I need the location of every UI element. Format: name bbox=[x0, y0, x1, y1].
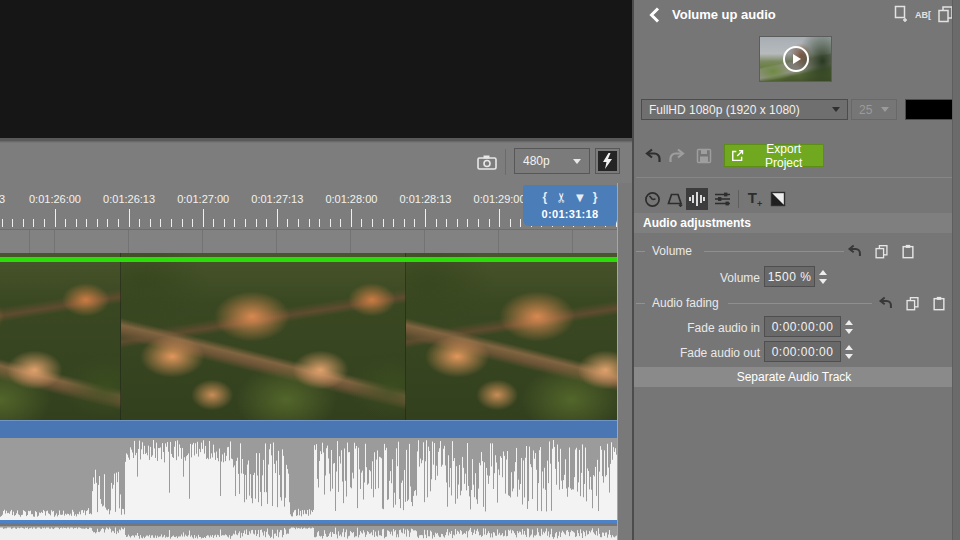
volume-field-label: Volume bbox=[660, 271, 760, 285]
separate-audio-track-button[interactable]: Separate Audio Track bbox=[634, 367, 954, 387]
clock-icon bbox=[644, 191, 661, 208]
preview-divider bbox=[0, 138, 632, 142]
timeline-track-background bbox=[0, 229, 617, 253]
volume-group-header: Volume bbox=[634, 243, 954, 259]
undo-icon bbox=[644, 148, 662, 164]
video-thumbnail-segment bbox=[120, 253, 405, 420]
scissors-icon[interactable]: ✂ bbox=[554, 192, 569, 203]
undo-icon bbox=[847, 244, 862, 258]
volume-stepper[interactable] bbox=[817, 266, 828, 287]
video-preview-area bbox=[0, 0, 632, 138]
project-thumbnail[interactable] bbox=[759, 36, 832, 82]
video-object-highlight-line bbox=[0, 257, 617, 262]
group-dash bbox=[636, 303, 645, 304]
tab-adjustments[interactable] bbox=[711, 188, 733, 210]
stepper-down-icon[interactable] bbox=[845, 329, 853, 334]
preview-quality-select[interactable]: 480p bbox=[514, 148, 590, 174]
fade-in-label: Fade audio in bbox=[650, 321, 760, 335]
fading-paste-button[interactable] bbox=[930, 295, 947, 311]
redo-button[interactable] bbox=[666, 146, 688, 166]
group-line bbox=[728, 303, 872, 304]
framerate-select[interactable]: 25 bbox=[851, 99, 897, 120]
back-button[interactable] bbox=[646, 5, 664, 25]
group-dash bbox=[636, 251, 645, 252]
chevron-down-icon bbox=[573, 159, 581, 164]
save-button[interactable] bbox=[694, 146, 714, 166]
video-clip-thumbnails[interactable] bbox=[0, 253, 617, 420]
set-start-marker[interactable]: { bbox=[543, 190, 548, 204]
audio-waveform-icon bbox=[688, 191, 706, 207]
fade-out-label: Fade audio out bbox=[650, 346, 760, 360]
playhead-triangle-icon[interactable]: ▼ bbox=[576, 192, 584, 203]
tab-separator bbox=[738, 190, 739, 208]
tab-text[interactable]: T+ bbox=[744, 188, 766, 210]
text-plus-icon: T+ bbox=[748, 189, 762, 209]
resolution-value: FullHD 1080p (1920 x 1080) bbox=[649, 103, 800, 117]
undo-button[interactable] bbox=[642, 146, 664, 166]
export-project-button[interactable]: Export Project bbox=[724, 144, 824, 167]
snapshot-button[interactable] bbox=[474, 150, 500, 174]
fade-in-stepper[interactable] bbox=[843, 316, 854, 337]
volume-group-label: Volume bbox=[652, 244, 692, 258]
stepper-down-icon[interactable] bbox=[819, 279, 827, 284]
playhead-timecode: 0:01:31:18 bbox=[523, 208, 617, 220]
resolution-select[interactable]: FullHD 1080p (1920 x 1080) bbox=[641, 99, 848, 120]
tab-audio[interactable] bbox=[686, 188, 708, 210]
stepper-up-icon[interactable] bbox=[845, 345, 853, 350]
chevron-down-icon bbox=[881, 107, 889, 112]
undo-icon bbox=[878, 296, 893, 310]
mask-icon bbox=[770, 191, 786, 207]
fading-copy-button[interactable] bbox=[904, 295, 921, 311]
panel-scrollbar[interactable] bbox=[952, 0, 960, 540]
volume-input[interactable]: 1500 % bbox=[764, 266, 815, 287]
preview-quality-value: 480p bbox=[523, 154, 550, 168]
tab-playback-speed[interactable] bbox=[641, 188, 663, 210]
group-line bbox=[704, 251, 844, 252]
camera-icon bbox=[477, 154, 497, 170]
stepper-down-icon[interactable] bbox=[845, 354, 853, 359]
vsdc-video-editor: 480p 30:01:26:000:01:26:130:01:27:000:01… bbox=[0, 0, 960, 540]
play-icon[interactable] bbox=[783, 46, 809, 72]
stepper-up-icon[interactable] bbox=[819, 270, 827, 275]
fading-reset-button[interactable] bbox=[877, 295, 894, 311]
volume-paste-button[interactable] bbox=[899, 243, 916, 259]
timeline-end-gutter bbox=[617, 183, 632, 540]
properties-panel: Volume up audio AB[ FullHD 1080p (1920 x… bbox=[632, 0, 960, 540]
video-thumbnail-segment bbox=[405, 253, 617, 420]
toolbar-separator bbox=[505, 149, 506, 175]
audio-waveform[interactable] bbox=[0, 438, 617, 523]
paste-icon bbox=[932, 296, 946, 311]
fading-group-label: Audio fading bbox=[652, 296, 719, 310]
scene-title: Volume up audio bbox=[672, 7, 776, 22]
volume-copy-button[interactable] bbox=[873, 243, 890, 259]
floppy-disk-icon bbox=[696, 148, 712, 164]
add-object-button[interactable] bbox=[892, 4, 910, 24]
redo-icon bbox=[668, 148, 686, 164]
playhead-marker[interactable]: { ✂ ▼ } 0:01:31:18 bbox=[523, 185, 617, 226]
background-color-swatch[interactable] bbox=[905, 99, 953, 120]
volume-reset-button[interactable] bbox=[846, 243, 863, 259]
fading-group-header: Audio fading bbox=[634, 295, 954, 311]
audio-clip-selection-bar[interactable] bbox=[0, 420, 617, 438]
audio-waveform-channel2 bbox=[0, 526, 617, 540]
copy-icon bbox=[905, 296, 920, 311]
trapezoid-icon bbox=[666, 191, 684, 208]
fade-out-input[interactable]: 0:00:00:00 bbox=[764, 341, 841, 362]
tab-mask[interactable] bbox=[767, 188, 789, 210]
add-file-icon bbox=[893, 5, 909, 23]
preview-toolbar: 480p bbox=[0, 143, 632, 183]
text-tool-button[interactable]: AB[ bbox=[912, 8, 934, 22]
set-end-marker[interactable]: } bbox=[593, 190, 598, 204]
export-icon bbox=[731, 148, 744, 163]
tab-transform[interactable] bbox=[664, 188, 686, 210]
text-tool-icon: AB[ bbox=[915, 10, 931, 20]
stepper-up-icon[interactable] bbox=[845, 320, 853, 325]
sliders-icon bbox=[714, 191, 731, 207]
chevron-left-icon bbox=[648, 6, 662, 24]
section-header: Audio adjustments bbox=[634, 213, 954, 233]
instant-preview-button[interactable] bbox=[595, 148, 620, 174]
copy-icon bbox=[874, 244, 889, 259]
fade-out-stepper[interactable] bbox=[843, 341, 854, 362]
fade-in-input[interactable]: 0:00:00:00 bbox=[764, 316, 841, 337]
video-thumbnail-segment bbox=[0, 253, 120, 420]
